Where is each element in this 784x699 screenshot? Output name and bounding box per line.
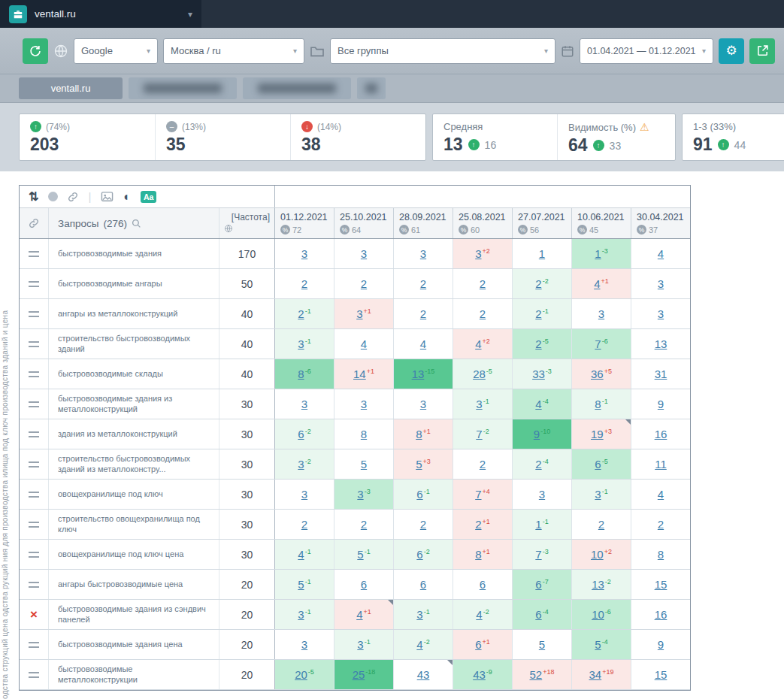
tab-blurred-3[interactable] [357,77,386,99]
position-value[interactable]: 3 [539,488,545,501]
position-value[interactable]: 33-3 [532,368,552,380]
position-value[interactable]: 2 [480,307,486,320]
position-value[interactable]: 4-1 [298,548,310,561]
position-value[interactable]: 2+1 [475,518,490,531]
position-value[interactable]: 3-1 [476,398,489,410]
position-value[interactable]: 3-3 [357,488,370,501]
position-value[interactable]: 8 [658,548,664,561]
drag-handle-icon[interactable] [29,522,39,528]
drag-handle-icon[interactable] [29,311,39,317]
position-value[interactable]: 3-1 [298,608,310,621]
position-value[interactable]: 2 [598,518,604,531]
position-value[interactable]: 1 [539,247,545,260]
position-value[interactable]: 2 [420,307,426,320]
position-value[interactable]: 6-2 [416,548,429,561]
date-column-header[interactable]: 10.06.2021%45 [571,208,631,238]
image-icon[interactable] [101,191,114,202]
position-value[interactable]: 3 [420,247,426,260]
position-value[interactable]: 2-1 [535,307,548,320]
folder-icon[interactable] [310,45,325,57]
frequency-column-header[interactable]: [Частота] [219,208,274,238]
position-value[interactable]: 34+19 [589,668,614,681]
delete-icon[interactable]: × [30,608,38,621]
position-value[interactable]: 3 [658,277,664,290]
position-value[interactable]: 10+2 [591,548,612,561]
drag-handle-icon[interactable] [29,281,39,287]
position-value[interactable]: 6-1 [416,488,429,501]
position-value[interactable]: 3 [598,307,604,320]
position-value[interactable]: 8-6 [298,368,310,380]
position-value[interactable]: 31 [655,368,667,380]
position-value[interactable]: 7+4 [475,488,490,501]
groups-select[interactable]: Все группы ▾ [330,38,555,64]
position-value[interactable]: 13-2 [592,578,611,591]
position-value[interactable]: 6 [480,578,486,591]
position-value[interactable]: 3 [301,638,307,651]
position-value[interactable]: 5-4 [595,638,607,651]
drag-handle-icon[interactable] [29,552,39,558]
position-value[interactable]: 8+1 [475,548,490,561]
tab-blurred-2[interactable] [243,77,351,99]
position-value[interactable]: 1-3 [595,247,607,260]
date-column-header[interactable]: 30.04.2021%37 [631,208,690,238]
position-value[interactable]: 3 [301,488,307,501]
position-value[interactable]: 13 [655,337,667,350]
drag-handle-icon[interactable] [29,371,39,377]
position-value[interactable]: 9 [658,398,664,410]
settings-button[interactable]: ⚙ [719,38,744,64]
position-value[interactable]: 2 [480,458,486,471]
search-icon[interactable] [132,219,141,228]
position-value[interactable]: 6-7 [535,578,548,591]
position-value[interactable]: 4+1 [594,277,609,290]
position-value[interactable]: 3 [361,247,367,260]
position-value[interactable]: 2-2 [535,277,548,290]
position-value[interactable]: 9-10 [534,428,550,440]
date-column-header[interactable]: 27.07.2021%56 [512,208,571,238]
position-value[interactable]: 52+18 [530,668,555,681]
drag-handle-icon[interactable] [29,341,39,347]
drag-handle-icon[interactable] [29,492,39,498]
position-value[interactable]: 36+5 [591,368,612,380]
position-value[interactable]: 2 [301,277,307,290]
position-value[interactable]: 6-4 [535,608,548,621]
position-value[interactable]: 3-2 [298,458,310,471]
position-value[interactable]: 2 [658,518,664,531]
position-value[interactable]: 2 [301,518,307,531]
position-value[interactable]: 2-4 [535,458,548,471]
position-value[interactable]: 6 [361,578,367,591]
position-value[interactable]: 16 [655,608,667,621]
position-value[interactable]: 5-1 [298,578,310,591]
position-value[interactable]: 3 [420,398,426,410]
position-value[interactable]: 15 [655,668,667,681]
position-value[interactable]: 4 [658,247,664,260]
position-value[interactable]: 19+3 [591,428,612,440]
date-column-header[interactable]: 25.08.2021%60 [453,208,512,238]
position-value[interactable]: 6 [420,578,426,591]
position-value[interactable]: 11 [655,458,667,471]
position-value[interactable]: 5-1 [357,548,370,561]
position-value[interactable]: 3-1 [357,638,370,651]
position-value[interactable]: 6-5 [595,458,607,471]
position-value[interactable]: 4-2 [416,638,429,651]
position-value[interactable]: 8 [361,428,367,440]
position-value[interactable]: 2 [361,277,367,290]
position-value[interactable]: 4 [420,337,426,350]
drag-handle-icon[interactable] [29,582,39,588]
position-value[interactable]: 14+1 [353,368,374,380]
position-value[interactable]: 16 [655,428,667,440]
position-value[interactable]: 4 [658,488,664,501]
position-value[interactable]: 5 [539,638,545,651]
position-value[interactable]: 6+1 [475,638,490,651]
position-value[interactable]: 8+1 [416,428,431,440]
position-value[interactable]: 13-15 [412,368,435,380]
drag-handle-icon[interactable] [29,401,39,407]
position-value[interactable]: 1-1 [535,518,548,531]
position-value[interactable]: 4+2 [475,337,490,350]
position-value[interactable]: 2 [420,277,426,290]
position-value[interactable]: 9 [658,638,664,651]
project-selector[interactable]: ventall.ru ▾ [0,0,201,28]
position-value[interactable]: 6-2 [298,428,310,440]
drag-handle-icon[interactable] [29,431,39,437]
position-value[interactable]: 8-1 [595,398,607,410]
position-value[interactable]: 4+1 [356,608,371,621]
